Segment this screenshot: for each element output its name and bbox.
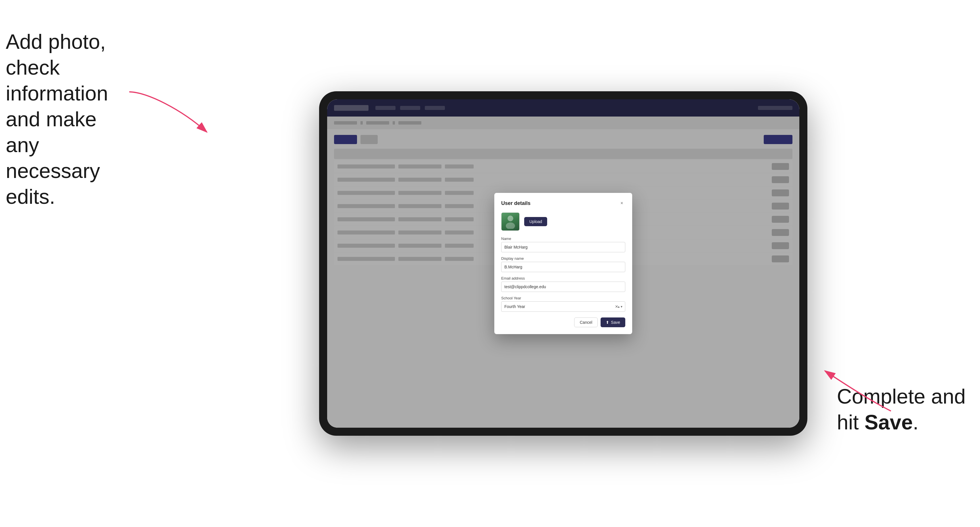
name-input[interactable] (501, 242, 625, 252)
display-name-label: Display name (501, 256, 625, 260)
user-photo-image (501, 213, 519, 230)
modal-title: User details (501, 200, 530, 206)
arrow-right (816, 365, 897, 418)
app-background: User details × (327, 99, 799, 428)
user-photo-thumbnail (501, 213, 520, 231)
save-icon: ⬆ (606, 320, 609, 325)
svg-point-1 (506, 222, 515, 229)
school-year-select[interactable]: Fourth Year First Year Second Year Third… (501, 302, 625, 312)
save-button[interactable]: ⬆ Save (601, 317, 625, 327)
annotation-left: Add photo, check information and make an… (6, 29, 126, 210)
svg-point-0 (508, 216, 513, 221)
upload-photo-button[interactable]: Upload (524, 217, 547, 226)
modal-header: User details × (501, 200, 625, 207)
name-label: Name (501, 237, 625, 241)
photo-section: Upload (501, 213, 625, 231)
cancel-button[interactable]: Cancel (574, 317, 598, 327)
modal-close-button[interactable]: × (618, 200, 625, 207)
email-form-group: Email address (501, 276, 625, 292)
email-label: Email address (501, 276, 625, 281)
tablet-screen: User details × (327, 99, 799, 428)
modal-overlay: User details × (327, 99, 799, 428)
arrow-left (124, 86, 215, 144)
person-svg (505, 214, 516, 229)
display-name-input[interactable] (501, 262, 625, 272)
email-input[interactable] (501, 282, 625, 292)
modal-footer: Cancel ⬆ Save (501, 317, 625, 327)
school-year-label: School Year (501, 296, 625, 300)
display-name-form-group: Display name (501, 256, 625, 272)
name-form-group: Name (501, 237, 625, 252)
tablet-frame: User details × (319, 91, 807, 436)
school-year-form-group: School Year Fourth Year First Year Secon… (501, 296, 625, 312)
school-year-select-wrapper: Fourth Year First Year Second Year Third… (501, 302, 625, 312)
save-button-label: Save (611, 320, 620, 325)
user-details-modal: User details × (494, 193, 632, 334)
select-clear-icon[interactable]: ✕ (615, 304, 618, 309)
